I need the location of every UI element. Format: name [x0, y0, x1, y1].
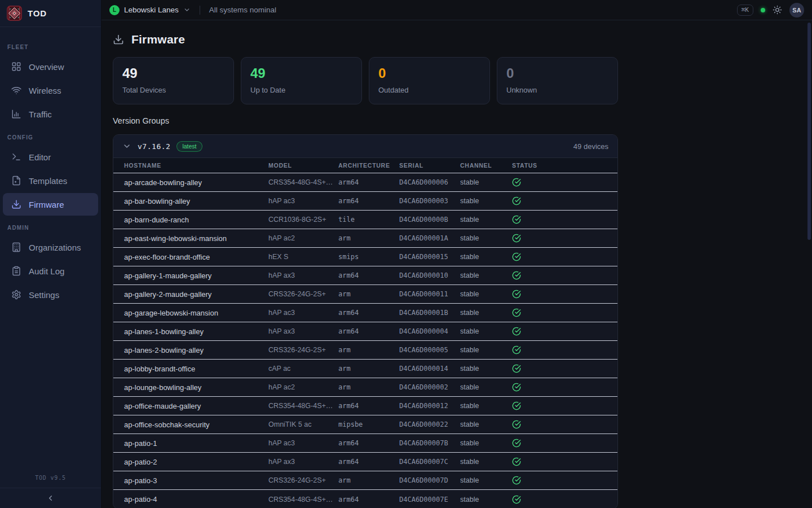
- table-row[interactable]: ap-office-sobchak-security OmniTIK 5 ac …: [113, 415, 617, 434]
- sidebar-item-label: Audit Log: [29, 266, 64, 276]
- user-avatar[interactable]: SA: [789, 3, 804, 17]
- sidebar-collapse-button[interactable]: [0, 488, 101, 508]
- table-row[interactable]: ap-patio-3 CRS326-24G-2S+ arm D4CA6D0000…: [113, 471, 617, 490]
- connection-status-dot: [761, 8, 765, 12]
- cell-model: hAP ac3: [268, 309, 338, 317]
- table-row[interactable]: ap-lanes-2-bowling-alley CRS326-24G-2S+ …: [113, 341, 617, 360]
- firmware-version: v7.16.2: [138, 142, 170, 151]
- sidebar-item-settings[interactable]: Settings: [3, 283, 98, 306]
- cell-status: [512, 495, 617, 504]
- cell-architecture: arm: [338, 234, 399, 242]
- table-row[interactable]: ap-lobby-brandt-office cAP ac arm D4CA6D…: [113, 360, 617, 378]
- cell-architecture: arm64: [338, 496, 399, 503]
- nav-section-fleet: FLEET Overview Wireless Traffic: [0, 44, 101, 125]
- scrollbar-thumb[interactable]: [807, 23, 811, 240]
- column-model: MODEL: [268, 162, 338, 169]
- cell-status: [512, 234, 617, 243]
- page-title: Firmware: [131, 33, 185, 46]
- download-icon: [113, 34, 124, 45]
- topbar-right: ⌘K SA: [737, 3, 804, 17]
- sidebar-item-traffic[interactable]: Traffic: [3, 103, 98, 125]
- cell-hostname: ap-patio-2: [124, 458, 268, 466]
- cell-architecture: arm64: [338, 271, 399, 279]
- latest-badge: latest: [176, 141, 202, 152]
- cell-hostname: ap-patio-1: [124, 439, 268, 448]
- table-row[interactable]: ap-east-wing-lebowski-mansion hAP ac2 ar…: [113, 229, 617, 248]
- cell-status: [512, 178, 617, 187]
- nav-section-admin: ADMIN Organizations Audit Log Settings: [0, 225, 101, 306]
- cell-model: hAP ax3: [268, 271, 338, 279]
- chevron-left-icon: [46, 494, 55, 502]
- table-row[interactable]: ap-lounge-bowling-alley hAP ac2 arm D4CA…: [113, 378, 617, 397]
- check-circle-icon: [512, 271, 521, 280]
- wifi-icon: [11, 85, 21, 95]
- table-row[interactable]: ap-barn-dude-ranch CCR1036-8G-2S+ tile D…: [113, 211, 617, 229]
- sidebar-item-audit-log[interactable]: Audit Log: [3, 260, 98, 282]
- cell-channel: stable: [460, 402, 512, 410]
- table-row[interactable]: ap-lanes-1-bowling-alley hAP ax3 arm64 D…: [113, 322, 617, 341]
- sidebar-item-templates[interactable]: Templates: [3, 169, 98, 192]
- table-row[interactable]: ap-office-maude-gallery CRS354-48G-4S+… …: [113, 397, 617, 415]
- table-row[interactable]: ap-bar-bowling-alley hAP ac3 arm64 D4CA6…: [113, 192, 617, 211]
- table-row[interactable]: ap-exec-floor-brandt-office hEX S smips …: [113, 248, 617, 266]
- command-palette-shortcut[interactable]: ⌘K: [737, 5, 753, 16]
- cell-model: CRS354-48G-4S+…: [268, 178, 338, 186]
- cell-serial: D4CA6D000010: [399, 271, 460, 279]
- cell-channel: stable: [460, 496, 512, 503]
- org-avatar: L: [109, 5, 120, 15]
- column-hostname: HOSTNAME: [124, 162, 268, 169]
- sidebar-item-label: Organizations: [29, 243, 81, 252]
- cell-channel: stable: [460, 346, 512, 354]
- cell-model: CRS354-48G-4S+…: [268, 496, 338, 503]
- check-circle-icon: [512, 290, 521, 299]
- cell-status: [512, 271, 617, 280]
- cell-status: [512, 252, 617, 261]
- brand-name: TOD: [28, 8, 47, 18]
- table-row[interactable]: ap-gallery-1-maude-gallery hAP ax3 arm64…: [113, 266, 617, 285]
- cell-channel: stable: [460, 476, 512, 484]
- table-row[interactable]: ap-patio-1 hAP ac3 arm64 D4CA6D00007B st…: [113, 434, 617, 453]
- sidebar-item-wireless[interactable]: Wireless: [3, 79, 98, 102]
- table-row[interactable]: ap-patio-4 CRS354-48G-4S+… arm64 D4CA6D0…: [113, 490, 617, 508]
- cell-serial: D4CA6D00001A: [399, 234, 460, 242]
- cell-status: [512, 439, 617, 448]
- cell-serial: D4CA6D000011: [399, 290, 460, 298]
- cell-architecture: arm64: [338, 178, 399, 186]
- table-row[interactable]: ap-gallery-2-maude-gallery CRS326-24G-2S…: [113, 285, 617, 304]
- table-row[interactable]: ap-arcade-bowling-alley CRS354-48G-4S+… …: [113, 173, 617, 192]
- cell-architecture: arm: [338, 365, 399, 373]
- cell-serial: D4CA6D000015: [399, 253, 460, 261]
- version-group-header[interactable]: v7.16.2 latest 49 devices: [113, 135, 617, 157]
- cell-serial: D4CA6D000005: [399, 346, 460, 354]
- table-body: ap-arcade-bowling-alley CRS354-48G-4S+… …: [113, 173, 617, 508]
- sidebar: TOD FLEET Overview Wireless Traffic CONF…: [0, 0, 102, 508]
- cell-model: hAP ax3: [268, 458, 338, 466]
- cell-status: [512, 457, 617, 466]
- sidebar-item-firmware[interactable]: Firmware: [3, 193, 98, 216]
- sidebar-item-organizations[interactable]: Organizations: [3, 236, 98, 259]
- sidebar-item-editor[interactable]: Editor: [3, 146, 98, 168]
- device-count: 49 devices: [573, 142, 608, 151]
- check-circle-icon: [512, 495, 521, 504]
- table-header: HOSTNAME MODEL ARCHITECTURE SERIAL CHANN…: [113, 157, 617, 173]
- sidebar-item-overview[interactable]: Overview: [3, 55, 98, 78]
- cell-architecture: arm: [338, 346, 399, 354]
- sidebar-item-label: Traffic: [29, 110, 52, 119]
- table-row[interactable]: ap-patio-2 hAP ax3 arm64 D4CA6D00007C st…: [113, 453, 617, 471]
- cell-model: OmniTIK 5 ac: [268, 421, 338, 428]
- org-selector[interactable]: L Lebowski Lanes: [109, 5, 191, 15]
- cell-channel: stable: [460, 458, 512, 466]
- stat-label: Outdated: [378, 86, 480, 94]
- nav-section-label: FLEET: [0, 44, 101, 50]
- org-name: Lebowski Lanes: [124, 6, 179, 14]
- nav-section-label: CONFIG: [0, 134, 101, 141]
- table-row[interactable]: ap-garage-lebowski-mansion hAP ac3 arm64…: [113, 304, 617, 322]
- stats-grid: 49 Total Devices 49 Up to Date 0 Outdate…: [113, 57, 618, 104]
- theme-toggle-button[interactable]: [773, 5, 782, 15]
- check-circle-icon: [512, 383, 521, 392]
- check-circle-icon: [512, 420, 521, 429]
- cell-hostname: ap-bar-bowling-alley: [124, 197, 268, 205]
- cell-serial: D4CA6D000022: [399, 421, 460, 428]
- stat-card: 0 Outdated: [369, 57, 490, 104]
- cell-hostname: ap-barn-dude-ranch: [124, 216, 268, 224]
